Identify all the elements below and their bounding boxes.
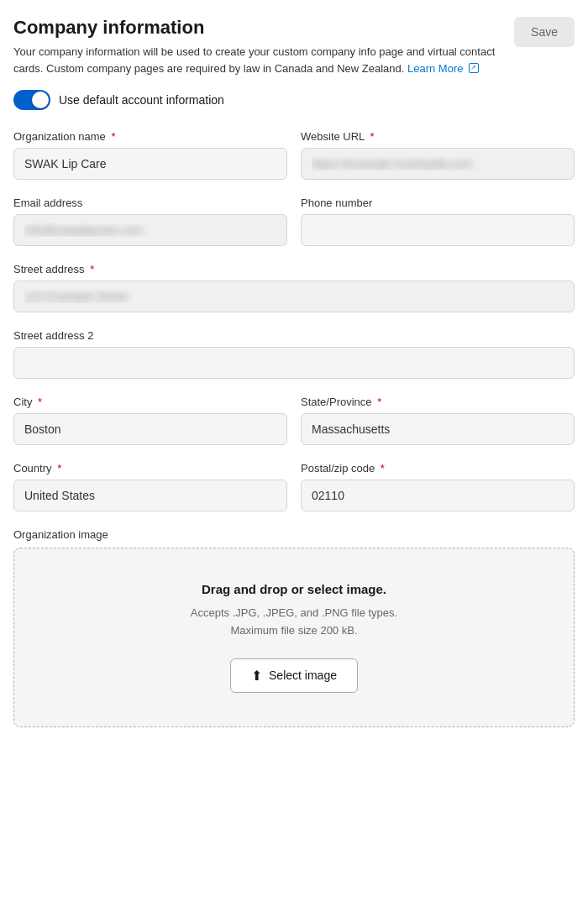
- street2-input[interactable]: [13, 347, 575, 379]
- select-image-button[interactable]: ⬆ Select image: [230, 658, 358, 693]
- org-name-input[interactable]: [13, 148, 287, 180]
- toggle-label: Use default account information: [59, 93, 224, 107]
- city-group: City *: [13, 396, 287, 445]
- country-required: *: [57, 462, 61, 475]
- phone-input[interactable]: [301, 214, 575, 246]
- page-title: Company information: [13, 17, 497, 39]
- org-website-row: Organization name * Website URL *: [13, 130, 575, 180]
- select-image-label: Select image: [269, 669, 337, 682]
- org-name-required: *: [111, 130, 115, 143]
- upload-icon: ⬆: [251, 668, 262, 684]
- toggle-row: Use default account information: [13, 90, 575, 110]
- website-url-input[interactable]: [301, 148, 575, 180]
- city-required: *: [38, 396, 42, 408]
- postal-label: Postal/zip code *: [301, 462, 575, 475]
- accepts-text: Accepts .JPG, .JPEG, and .PNG file types…: [191, 605, 397, 622]
- website-url-group: Website URL *: [301, 130, 575, 180]
- image-section-label: Organization image: [13, 528, 575, 541]
- street1-required: *: [90, 263, 94, 275]
- org-name-label: Organization name *: [13, 130, 287, 143]
- street2-group: Street address 2: [13, 329, 575, 379]
- toggle-track: [13, 90, 50, 110]
- learn-more-link[interactable]: Learn More: [407, 62, 479, 75]
- email-group: Email address: [13, 197, 287, 246]
- street1-row: Street address *: [13, 263, 575, 312]
- external-link-icon: [469, 63, 479, 73]
- drag-drop-title: Drag and drop or select image.: [202, 582, 386, 596]
- email-phone-row: Email address Phone number: [13, 197, 575, 246]
- save-button[interactable]: Save: [514, 17, 575, 47]
- phone-group: Phone number: [301, 197, 575, 246]
- form-section: Organization name * Website URL * Email …: [13, 130, 575, 511]
- state-group: State/Province *: [301, 396, 575, 445]
- city-label: City *: [13, 396, 287, 408]
- postal-required: *: [381, 462, 385, 475]
- country-group: Country *: [13, 462, 287, 511]
- city-state-row: City * State/Province *: [13, 396, 575, 445]
- default-account-toggle[interactable]: [13, 90, 50, 110]
- country-label: Country *: [13, 462, 287, 475]
- max-size-text: Maximum file size 200 kB.: [191, 622, 397, 640]
- upload-hints: Accepts .JPG, .JPEG, and .PNG file types…: [191, 605, 397, 640]
- email-input[interactable]: [13, 214, 287, 246]
- street2-label: Street address 2: [13, 329, 575, 342]
- email-label: Email address: [13, 197, 287, 209]
- country-postal-row: Country * Postal/zip code *: [13, 462, 575, 511]
- image-upload-section: Organization image Drag and drop or sele…: [13, 528, 575, 727]
- phone-label: Phone number: [301, 197, 575, 209]
- org-name-group: Organization name *: [13, 130, 287, 180]
- street1-group: Street address *: [13, 263, 575, 312]
- toggle-thumb: [32, 92, 49, 108]
- postal-input[interactable]: [301, 480, 575, 511]
- state-input[interactable]: [301, 413, 575, 445]
- header-left: Company information Your company informa…: [13, 17, 514, 76]
- image-upload-area[interactable]: Drag and drop or select image. Accepts .…: [13, 548, 575, 727]
- postal-group: Postal/zip code *: [301, 462, 575, 511]
- street1-label: Street address *: [13, 263, 575, 275]
- state-required: *: [377, 396, 381, 408]
- city-input[interactable]: [13, 413, 287, 445]
- page-description: Your company information will be used to…: [13, 44, 497, 76]
- street1-input[interactable]: [13, 281, 575, 312]
- website-url-label: Website URL *: [301, 130, 575, 143]
- street2-row: Street address 2: [13, 329, 575, 379]
- country-input[interactable]: [13, 480, 287, 511]
- state-label: State/Province *: [301, 396, 575, 408]
- website-required: *: [370, 130, 375, 143]
